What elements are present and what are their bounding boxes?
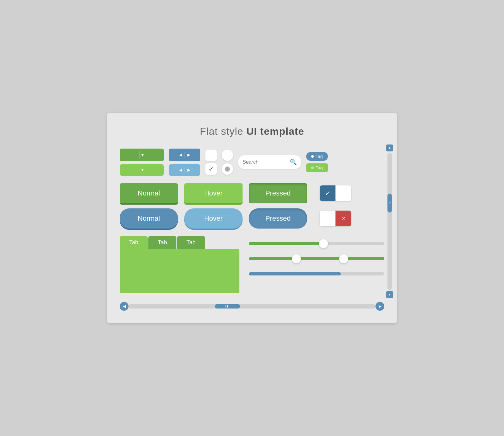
nav-left-icon-2: ◀ <box>179 168 182 172</box>
button-normal-blue[interactable]: Normal <box>120 208 178 229</box>
toggle-cross-icon: ✕ <box>341 215 346 221</box>
button-hover-green[interactable]: Hover <box>184 183 243 203</box>
horizontal-scrollbar: ◀ ▶ <box>120 302 384 311</box>
slider-fill-1 <box>249 242 324 245</box>
hscroll-right-arrow[interactable]: ▶ <box>375 302 384 311</box>
toggle-off-active-side: ✕ <box>335 211 351 226</box>
toggle-on-inactive-side <box>335 185 351 201</box>
green-button-row: Normal Hover Pressed ✓ <box>120 183 384 203</box>
checkmark-icon: ✓ <box>209 165 214 173</box>
scroll-down-arrow[interactable]: ▼ <box>386 291 393 298</box>
tag-blue[interactable]: Tag <box>306 152 328 161</box>
tag-green-label: Tag <box>316 165 323 170</box>
main-container: Flat style UI template ▲ ▼ ▼ ▼ <box>107 113 397 323</box>
slider-track-2 <box>249 257 384 260</box>
toggle-group-2: ✕ <box>320 211 351 226</box>
hscroll-line-3 <box>229 305 229 308</box>
tag-green[interactable]: Tag <box>306 163 328 172</box>
scroll-thumb-vertical[interactable] <box>387 194 392 212</box>
blue-button-row: Normal Hover Pressed ✕ <box>120 208 384 229</box>
checkbox-unchecked[interactable] <box>205 150 217 161</box>
slider-fill-3 <box>249 272 341 275</box>
dropdown-group: ▼ ▼ <box>120 149 164 176</box>
scroll-up-arrow[interactable]: ▲ <box>386 144 393 151</box>
tags-group: Tag Tag <box>306 152 328 172</box>
tab-content-panel <box>120 249 239 293</box>
tab-3[interactable]: Tab <box>177 236 205 249</box>
dropdown-arrow-icon-2: ▼ <box>141 168 145 172</box>
vertical-scrollbar: ▲ ▼ <box>386 144 393 298</box>
search-box[interactable]: 🔍 <box>238 155 301 169</box>
hscroll-track <box>129 304 375 309</box>
button-pressed-blue[interactable]: Pressed <box>249 208 307 229</box>
tab-1[interactable]: Tab <box>120 236 148 249</box>
button-rows: Normal Hover Pressed ✓ Normal <box>120 183 384 229</box>
slider-fill-2 <box>249 257 384 260</box>
nav-right-icon: ▶ <box>187 153 190 157</box>
hscroll-line-2 <box>227 305 228 308</box>
toggle-check-icon: ✓ <box>325 190 330 197</box>
page-title: Flat style UI template <box>120 126 384 137</box>
right-arrow-icon: ▶ <box>379 304 381 309</box>
toggle-off-inactive-side <box>320 211 335 226</box>
tabs-widget: Tab Tab Tab <box>120 236 239 293</box>
left-arrow-icon: ◀ <box>123 304 126 309</box>
toggle-group: ✓ <box>320 185 351 201</box>
button-hover-blue[interactable]: Hover <box>184 208 243 229</box>
tab-2[interactable]: Tab <box>148 236 176 249</box>
checkbox-checked[interactable]: ✓ <box>205 163 217 175</box>
dropdown-dark-green[interactable]: ▼ <box>120 149 164 161</box>
slider-3 <box>249 269 384 278</box>
slider-thumb-2b[interactable] <box>339 254 348 263</box>
radio-checked[interactable] <box>222 163 233 175</box>
dropdown-light-green[interactable]: ▼ <box>120 164 164 176</box>
slider-thumb-1[interactable] <box>319 239 328 248</box>
radio-group <box>222 150 233 175</box>
nav-button-light[interactable]: ◀ ▶ <box>169 164 200 176</box>
radio-unchecked[interactable] <box>222 150 233 161</box>
toggle-on-active-side: ✓ <box>320 185 335 201</box>
controls-row-1: ▼ ▼ ◀ ▶ ◀ ▶ ✓ <box>120 149 384 176</box>
toggle-on[interactable]: ✓ <box>320 185 351 201</box>
tabs-header: Tab Tab Tab <box>120 236 239 249</box>
sliders-group <box>249 236 384 278</box>
tag-blue-label: Tag <box>316 154 323 159</box>
hscroll-thumb[interactable] <box>215 304 240 309</box>
nav-right-icon-2: ▶ <box>187 168 190 172</box>
tabs-sliders-section: Tab Tab Tab <box>120 236 384 293</box>
slider-track-1 <box>249 242 384 245</box>
nav-button-group: ◀ ▶ ◀ ▶ <box>169 149 200 176</box>
toggle-off[interactable]: ✕ <box>320 211 351 226</box>
hscroll-line-1 <box>226 305 226 308</box>
slider-2 <box>249 254 384 263</box>
slider-thumb-2a[interactable] <box>292 254 301 263</box>
scroll-track-vertical <box>387 153 392 290</box>
search-input[interactable] <box>243 159 287 165</box>
slider-track-3 <box>249 272 384 275</box>
slider-1 <box>249 239 384 248</box>
radio-dot <box>225 167 230 172</box>
hscroll-thumb-lines <box>226 305 229 308</box>
search-icon[interactable]: 🔍 <box>290 159 297 166</box>
button-pressed-green[interactable]: Pressed <box>249 183 307 203</box>
hscroll-left-arrow[interactable]: ◀ <box>120 302 129 311</box>
checkbox-group: ✓ <box>205 150 217 175</box>
button-normal-green[interactable]: Normal <box>120 183 178 203</box>
dropdown-arrow-icon: ▼ <box>140 152 145 157</box>
nav-button-dark[interactable]: ◀ ▶ <box>169 149 200 161</box>
nav-left-icon: ◀ <box>179 153 182 157</box>
